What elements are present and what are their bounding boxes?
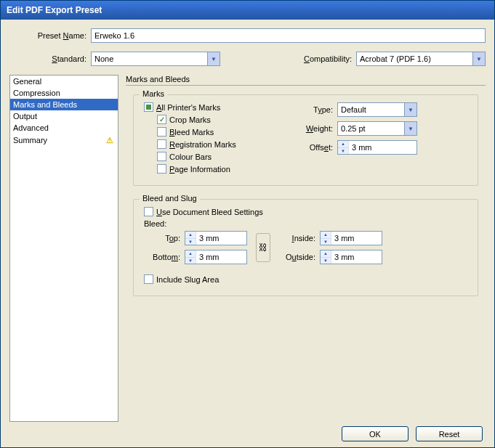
offset-label: Offset: [297, 143, 337, 152]
check-registration-marks[interactable]: Registration Marks [157, 139, 282, 149]
check-colour-bars[interactable]: Colour Bars [157, 152, 282, 161]
offset-value: 3 mm [349, 141, 416, 154]
weight-label: Weight: [297, 124, 337, 133]
bleed-grid: Top: ▲▼ 3 mm Bottom: ▲▼ 3 mm [144, 231, 467, 264]
group-marks: Marks All Printer's Marks Crop Marks [133, 94, 478, 186]
compatibility-value: Acrobat 7 (PDF 1.6) [360, 54, 431, 63]
link-values-icon[interactable]: ⛓ [256, 233, 270, 262]
titlebar: Edit PDF Export Preset [1, 1, 494, 20]
sidebar-item-marks-bleeds[interactable]: Marks and Bleeds [10, 99, 118, 110]
dialog-content: Preset Name: Standard: None ▼ Compatibil… [1, 20, 494, 447]
bleed-inside-value: 3 mm [331, 232, 382, 245]
sidebar-item-compression[interactable]: Compression [10, 87, 118, 99]
chevron-down-icon: ▼ [404, 122, 416, 135]
bleed-top-spinner[interactable]: ▲▼ 3 mm [185, 231, 247, 245]
bleed-inside-spinner[interactable]: ▲▼ 3 mm [320, 231, 382, 245]
chevron-down-icon: ▼ [207, 52, 220, 65]
type-value: Default [341, 105, 366, 114]
weight-value: 0.25 pt [341, 124, 366, 133]
bleed-top-value: 3 mm [196, 232, 246, 245]
sidebar-item-label: Summary [13, 136, 47, 144]
checkbox-icon [157, 152, 166, 161]
checkbox-icon [144, 102, 153, 112]
group-marks-title: Marks [140, 89, 167, 98]
sidebar-item-output[interactable]: Output [10, 110, 118, 122]
bleed-outside-spinner[interactable]: ▲▼ 3 mm [320, 250, 382, 264]
bleed-outside-value: 3 mm [331, 251, 382, 264]
checkbox-icon [157, 115, 166, 124]
group-bleed-title: Bleed and Slug [140, 194, 200, 203]
preset-name-input[interactable] [91, 28, 486, 43]
panel-marks-bleeds: Marks and Bleeds Marks All Printer's Mar… [126, 75, 486, 422]
standard-select[interactable]: None ▼ [91, 52, 220, 66]
sidebar-item-advanced[interactable]: Advanced [10, 122, 118, 134]
standard-value: None [94, 54, 113, 63]
dialog-window: Edit PDF Export Preset Preset Name: Stan… [0, 0, 495, 448]
spinner-arrows-icon[interactable]: ▲▼ [338, 141, 349, 154]
category-sidebar: General Compression Marks and Bleeds Out… [9, 75, 118, 422]
sidebar-item-summary[interactable]: Summary ⚠ [10, 134, 118, 147]
bleed-outside-label: Outside: [279, 253, 320, 261]
bleed-label: Bleed: [144, 219, 467, 228]
chevron-down-icon: ▼ [472, 52, 485, 65]
preset-name-row: Preset Name: [9, 28, 486, 43]
bleed-bottom-value: 3 mm [196, 251, 246, 264]
check-all-printers[interactable]: All Printer's Marks [144, 102, 282, 112]
bleed-bottom-label: Bottom: [144, 253, 185, 261]
spinner-arrows-icon[interactable]: ▲▼ [321, 232, 331, 245]
window-title: Edit PDF Export Preset [7, 5, 102, 15]
ok-button[interactable]: OK [342, 426, 409, 441]
check-use-doc-bleed[interactable]: Use Document Bleed Settings [144, 207, 467, 216]
type-select[interactable]: Default ▼ [337, 102, 417, 117]
main-area: General Compression Marks and Bleeds Out… [9, 75, 486, 422]
warning-icon: ⚠ [105, 135, 115, 145]
bleed-inside-label: Inside: [279, 234, 320, 243]
compatibility-label: Compatibility: [304, 54, 356, 63]
sidebar-item-general[interactable]: General [10, 76, 118, 87]
chevron-down-icon: ▼ [404, 103, 416, 116]
bleed-top-label: Top: [144, 234, 185, 243]
reset-button[interactable]: Reset [416, 426, 483, 441]
check-include-slug[interactable]: Include Slug Area [144, 274, 467, 284]
offset-spinner[interactable]: ▲▼ 3 mm [337, 140, 417, 155]
weight-select[interactable]: 0.25 pt ▼ [337, 121, 417, 136]
panel-title: Marks and Bleeds [126, 75, 486, 86]
marks-fields: Type: Default ▼ Weight: 0.25 pt [297, 102, 467, 176]
checkbox-icon [157, 139, 166, 149]
standard-compat-row: Standard: None ▼ Compatibility: Acrobat … [9, 52, 486, 66]
spinner-arrows-icon[interactable]: ▲▼ [185, 232, 196, 245]
type-label: Type: [297, 105, 337, 114]
standard-label: Standard: [9, 54, 91, 63]
checkbox-icon [144, 207, 153, 216]
check-page-info[interactable]: Page Information [157, 164, 282, 174]
marks-checks: All Printer's Marks Crop Marks Bleed Mar… [144, 102, 282, 176]
group-bleed-slug: Bleed and Slug Use Document Bleed Settin… [133, 199, 478, 296]
check-bleed-marks[interactable]: Bleed Marks [157, 127, 282, 137]
bleed-bottom-spinner[interactable]: ▲▼ 3 mm [185, 250, 247, 264]
checkbox-icon [157, 164, 166, 174]
preset-name-label: Preset Name: [9, 31, 91, 40]
button-bar: OK Reset [9, 422, 486, 441]
spinner-arrows-icon[interactable]: ▲▼ [185, 251, 196, 264]
compatibility-select[interactable]: Acrobat 7 (PDF 1.6) ▼ [356, 52, 486, 66]
spinner-arrows-icon[interactable]: ▲▼ [321, 251, 331, 264]
check-crop-marks[interactable]: Crop Marks [157, 115, 282, 124]
checkbox-icon [144, 274, 153, 284]
checkbox-icon [157, 127, 166, 137]
